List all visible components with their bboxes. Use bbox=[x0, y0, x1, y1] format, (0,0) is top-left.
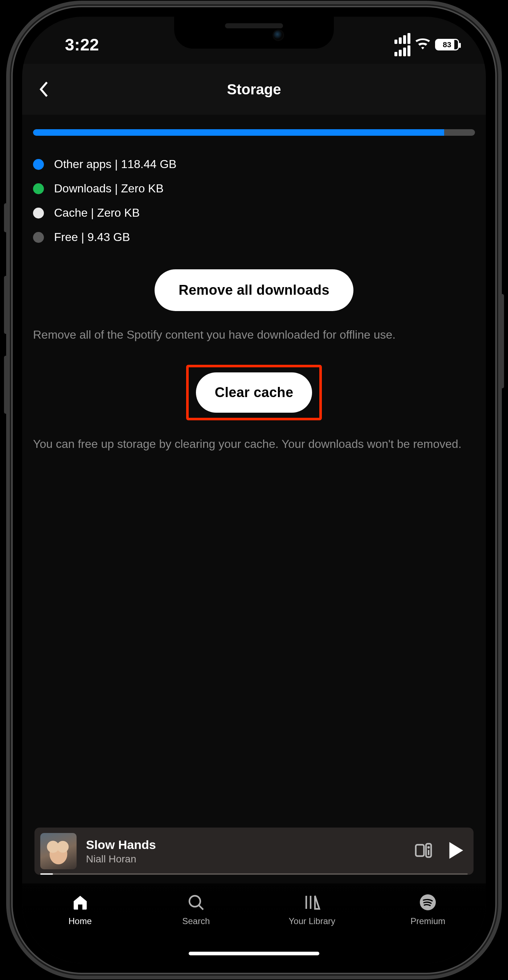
legend-row: Other apps | 118.44 GB bbox=[33, 158, 475, 171]
clear-cache-highlight: Clear cache bbox=[186, 365, 322, 420]
legend-label: Cache | Zero KB bbox=[54, 206, 140, 220]
remove-downloads-button[interactable]: Remove all downloads bbox=[155, 269, 353, 311]
mute-switch bbox=[4, 203, 8, 232]
legend-label: Free | 9.43 GB bbox=[54, 231, 130, 244]
cellular-signal-icon bbox=[394, 33, 410, 56]
status-time: 3:22 bbox=[49, 35, 99, 54]
nav-label: Search bbox=[182, 916, 210, 926]
now-playing-artist: Niall Horan bbox=[86, 853, 405, 865]
now-playing-title: Slow Hands bbox=[86, 838, 405, 852]
legend-label: Other apps | 118.44 GB bbox=[54, 158, 176, 171]
svg-line-6 bbox=[199, 905, 203, 910]
legend-label: Downloads | Zero KB bbox=[54, 182, 164, 195]
storage-bar bbox=[33, 129, 475, 136]
volume-up-button bbox=[4, 276, 8, 334]
now-playing-bar[interactable]: Slow Hands Niall Horan bbox=[35, 827, 473, 875]
power-button bbox=[500, 294, 504, 388]
volume-down-button bbox=[4, 356, 8, 414]
legend-row: Free | 9.43 GB bbox=[33, 231, 475, 244]
nav-label: Home bbox=[68, 916, 92, 926]
chevron-left-icon bbox=[39, 81, 49, 97]
nav-label: Your Library bbox=[289, 916, 335, 926]
svg-point-5 bbox=[189, 896, 200, 907]
storage-legend: Other apps | 118.44 GB Downloads | Zero … bbox=[33, 158, 475, 244]
notch bbox=[174, 17, 334, 49]
page-header: Storage bbox=[22, 64, 486, 115]
nav-library[interactable]: Your Library bbox=[254, 894, 370, 926]
legend-row: Downloads | Zero KB bbox=[33, 182, 475, 195]
clear-cache-button[interactable]: Clear cache bbox=[196, 372, 313, 413]
nav-home[interactable]: Home bbox=[22, 894, 138, 926]
svg-point-2 bbox=[427, 846, 430, 849]
clear-cache-description: You can free up storage by clearing your… bbox=[33, 436, 475, 452]
nav-label: Premium bbox=[410, 916, 445, 926]
svg-rect-0 bbox=[416, 845, 424, 856]
bottom-nav: Home Search Your Library Premium bbox=[22, 883, 486, 963]
spotify-icon bbox=[419, 894, 437, 911]
wifi-icon bbox=[416, 38, 430, 51]
storage-bar-fill bbox=[33, 129, 444, 136]
now-playing-progress bbox=[40, 873, 468, 875]
nav-search[interactable]: Search bbox=[138, 894, 254, 926]
legend-dot-icon bbox=[33, 232, 44, 243]
legend-dot-icon bbox=[33, 159, 44, 170]
search-icon bbox=[187, 894, 205, 911]
home-indicator[interactable] bbox=[189, 952, 319, 955]
legend-dot-icon bbox=[33, 183, 44, 194]
devices-icon[interactable] bbox=[415, 842, 432, 860]
battery-icon: 83 bbox=[435, 39, 459, 51]
svg-marker-4 bbox=[449, 842, 463, 859]
legend-dot-icon bbox=[33, 208, 44, 218]
nav-premium[interactable]: Premium bbox=[370, 894, 486, 926]
front-camera-icon bbox=[274, 30, 283, 40]
home-icon bbox=[71, 894, 89, 911]
play-icon[interactable] bbox=[448, 842, 464, 860]
library-icon bbox=[303, 894, 321, 911]
page-title: Storage bbox=[22, 81, 486, 98]
battery-percent: 83 bbox=[436, 40, 458, 49]
remove-downloads-description: Remove all of the Spotify content you ha… bbox=[33, 326, 475, 343]
back-button[interactable] bbox=[33, 78, 55, 100]
phone-frame: 3:22 83 Storage bbox=[13, 7, 495, 973]
album-art bbox=[40, 833, 76, 869]
legend-row: Cache | Zero KB bbox=[33, 206, 475, 220]
